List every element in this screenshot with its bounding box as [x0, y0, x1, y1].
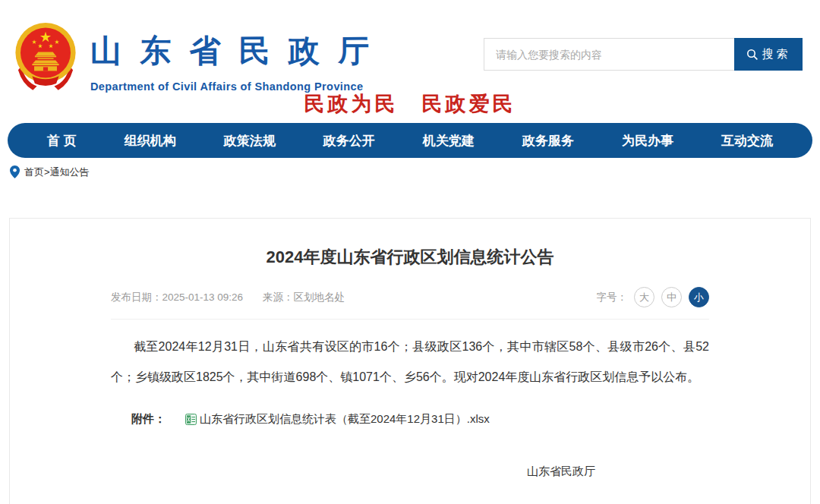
article-body: 截至2024年12月31日，山东省共有设区的市16个；县级政区136个，其中市辖… — [111, 332, 709, 392]
attachment-row: 附件： 山东省行政区划信息统计表（截至2024年12月31日）.xlsx — [111, 412, 709, 427]
breadcrumb-text[interactable]: 首页>通知公告 — [24, 165, 90, 179]
font-size-control: 字号： 大 中 小 — [597, 287, 710, 307]
excel-file-icon — [185, 414, 197, 425]
location-pin-icon — [10, 165, 20, 178]
national-emblem-icon — [12, 20, 79, 91]
source: 来源：区划地名处 — [263, 291, 345, 304]
nav-item-interaction[interactable]: 互动交流 — [721, 132, 773, 150]
attachment-name: 山东省行政区划信息统计表（截至2024年12月31日）.xlsx — [200, 412, 490, 427]
meta-divider — [111, 319, 709, 320]
nav-item-gov-disclosure[interactable]: 政务公开 — [323, 132, 375, 150]
publish-date: 发布日期：2025-01-13 09:26 — [111, 291, 243, 304]
publish-date-label: 发布日期： — [111, 291, 162, 303]
main-nav: 首 页 组织机构 政策法规 政务公开 机关党建 政务服务 为民办事 互动交流 — [8, 123, 812, 158]
site-title: 山 东 省 民 政 厅 — [90, 30, 373, 72]
nav-item-party-building[interactable]: 机关党建 — [423, 132, 475, 150]
nav-item-organization[interactable]: 组织机构 — [125, 132, 176, 150]
article-title: 2024年度山东省行政区划信息统计公告 — [10, 246, 810, 269]
search-button[interactable]: 搜索 — [734, 38, 803, 71]
attachment-label: 附件： — [131, 412, 166, 427]
article-meta-row: 发布日期：2025-01-13 09:26 来源：区划地名处 字号： 大 中 小 — [111, 287, 709, 307]
font-size-medium-button[interactable]: 中 — [661, 287, 682, 307]
font-size-large-button[interactable]: 大 — [634, 287, 654, 307]
publish-date-value: 2025-01-13 09:26 — [162, 291, 244, 303]
article-meta-left: 发布日期：2025-01-13 09:26 来源：区划地名处 — [111, 291, 345, 304]
search-icon — [746, 49, 758, 61]
search-box: 搜索 — [484, 38, 803, 71]
slogan-text: 民政为民 民政爱民 — [0, 90, 820, 118]
search-input[interactable] — [484, 38, 734, 71]
article-signature: 山东省民政厅 — [111, 465, 709, 479]
nav-item-gov-services[interactable]: 政务服务 — [522, 132, 574, 150]
article-card: 2024年度山东省行政区划信息统计公告 发布日期：2025-01-13 09:2… — [9, 218, 811, 504]
font-size-label: 字号： — [597, 291, 628, 304]
site-title-block: 山 东 省 民 政 厅 Department of Civil Affairs … — [90, 30, 373, 93]
article-content: 发布日期：2025-01-13 09:26 来源：区划地名处 字号： 大 中 小… — [10, 287, 810, 504]
nav-item-home[interactable]: 首 页 — [47, 132, 77, 150]
source-label: 来源： — [263, 291, 294, 303]
attachment-link[interactable]: 山东省行政区划信息统计表（截至2024年12月31日）.xlsx — [185, 412, 490, 427]
nav-item-policies[interactable]: 政策法规 — [224, 132, 276, 150]
source-value: 区划地名处 — [294, 291, 345, 303]
site-header: 山 东 省 民 政 厅 Department of Civil Affairs … — [0, 0, 820, 123]
breadcrumb: 首页>通知公告 — [0, 158, 820, 179]
search-button-label: 搜索 — [762, 47, 791, 61]
nav-item-citizen-services[interactable]: 为民办事 — [622, 132, 673, 150]
page: 山 东 省 民 政 厅 Department of Civil Affairs … — [0, 0, 820, 504]
font-size-small-button[interactable]: 小 — [689, 287, 709, 307]
